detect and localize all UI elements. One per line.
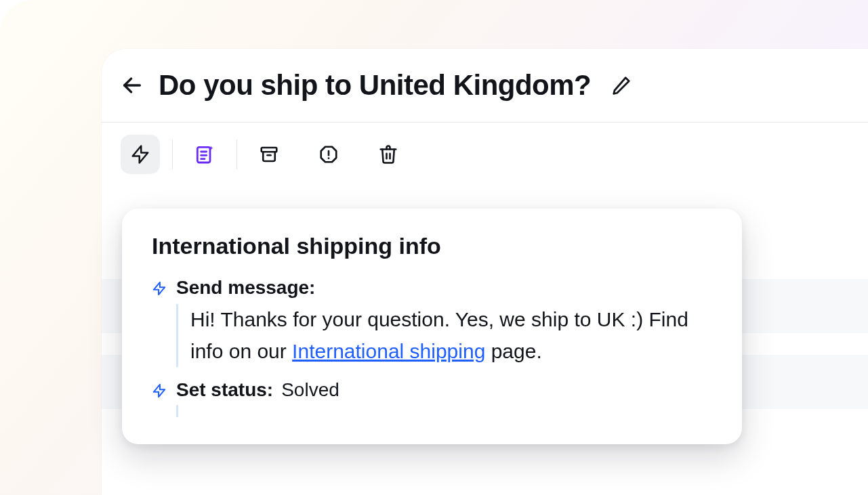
macro-title: International shipping info [152, 233, 712, 259]
archive-button[interactable] [249, 135, 289, 174]
toolbar-separator [236, 139, 237, 169]
status-accent-bar [176, 405, 712, 417]
page-title: Do you ship to United Kingdom? [159, 69, 591, 102]
macros-bolt-button[interactable] [121, 135, 160, 174]
pencil-icon [611, 75, 632, 95]
outer-gradient-frame: Do you ship to United Kingdom? [0, 0, 868, 495]
note-sparkle-icon [194, 144, 215, 165]
macro-preview-popover: International shipping info Send message… [122, 209, 742, 444]
toolbar-separator [172, 139, 173, 169]
action-label: Set status: [176, 379, 273, 400]
svg-marker-13 [154, 282, 165, 295]
actions-toolbar [102, 123, 868, 186]
status-value: Solved [281, 379, 339, 400]
message-body: Hi! Thanks for your question. Yes, we sh… [176, 304, 712, 367]
delete-button[interactable] [369, 135, 408, 174]
message-text-post: page. [485, 340, 541, 362]
bolt-icon [152, 281, 167, 296]
international-shipping-link[interactable]: International shipping [292, 340, 485, 362]
bolt-icon [130, 144, 150, 165]
svg-marker-14 [154, 385, 165, 397]
back-button[interactable] [121, 74, 144, 97]
trash-icon [378, 144, 398, 165]
conversation-header: Do you ship to United Kingdom? [102, 49, 868, 123]
macro-note-button[interactable] [185, 135, 224, 174]
archive-icon [259, 144, 279, 165]
action-label: Send message: [176, 277, 315, 298]
arrow-left-icon [121, 74, 144, 97]
mark-spam-button[interactable] [309, 135, 348, 174]
svg-point-10 [328, 157, 330, 159]
macro-action-set-status: Set status:Solved [152, 379, 712, 417]
octagon-alert-icon [318, 144, 339, 165]
app-window: Do you ship to United Kingdom? [102, 49, 868, 495]
svg-marker-1 [133, 146, 148, 163]
bolt-icon [152, 383, 167, 398]
macro-action-send-message: Send message: Hi! Thanks for your questi… [152, 277, 712, 367]
edit-title-button[interactable] [608, 72, 634, 98]
